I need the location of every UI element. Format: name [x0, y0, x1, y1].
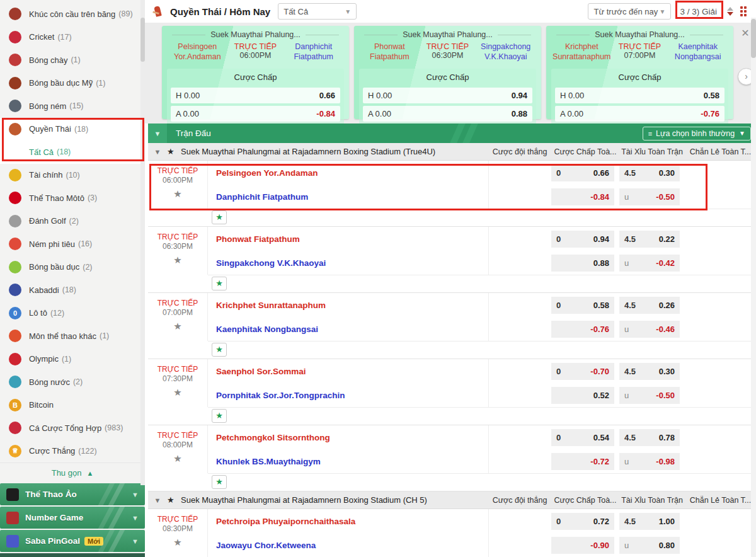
sidebar-item-th-thao-m-t-[interactable]: Thể Thao Môtô(3) [0, 187, 145, 210]
add-favorite-button[interactable]: ★ [212, 475, 227, 489]
sidebar-scrollbar[interactable] [140, 0, 145, 485]
league-group-header[interactable]: ▼★Suek Muaythai Phalungmai at Rajadamner… [148, 143, 756, 161]
league-group-header[interactable]: ▼★Suek Muaythai Phalungmai at Rajadamner… [148, 491, 756, 509]
sidebar-item-b-ng-b-u-d-c[interactable]: Bóng bầu dục(2) [0, 256, 145, 279]
over-under-point: 4.5 [624, 517, 636, 526]
away-team-name[interactable]: Pornphitak Sor.Jor.Tongprachin [216, 383, 488, 407]
close-icon[interactable]: ✕ [740, 28, 751, 39]
favorite-star-icon[interactable]: ★ [173, 255, 181, 266]
handicap-away-odds[interactable]: -0.76 [551, 321, 614, 338]
sidebar-item-t-i-ch-nh[interactable]: Tài chính(10) [0, 164, 145, 187]
product-bar-number-game[interactable]: Number Game▼ [0, 507, 145, 529]
chevron-down-icon[interactable]: ▼ [148, 497, 167, 504]
handicap-home-odds[interactable]: 00.54 [551, 429, 614, 446]
match-time: 07:30PM [163, 374, 193, 383]
handicap-away-odds[interactable]: -0.84 [551, 188, 614, 205]
home-team-name[interactable]: Krichphet Sunrattanaphum [216, 293, 488, 317]
odds-row[interactable]: H 0.000.94 [363, 88, 532, 103]
under-odds[interactable]: u-0.98 [619, 453, 680, 470]
handicap-home-odds[interactable]: 00.72 [551, 513, 614, 530]
sidebar-item-b-ng-n-m[interactable]: Bóng ném(15) [0, 95, 145, 118]
product-bar-th-thao-o[interactable]: Thể Thao Ảo▼ [0, 483, 145, 505]
sidebar-item-kabaddi[interactable]: Kabaddi(18) [0, 278, 145, 302]
handicap-away-odds[interactable]: 0.52 [551, 387, 614, 404]
odds-row[interactable]: A 0.00-0.76 [555, 106, 724, 122]
home-team-name[interactable]: Phonwat Fiatpathum [216, 227, 488, 251]
away-team-name[interactable]: Khunlek BS.Muaythaigym [216, 449, 488, 473]
home-team-name[interactable]: Pelsingoen Yor.Andaman [216, 161, 488, 185]
handicap-away-odds[interactable]: 0.88 [551, 255, 614, 272]
add-favorite-button[interactable]: ★ [212, 277, 227, 290]
sidebar-item--nh-golf[interactable]: Đánh Golf(2) [0, 210, 145, 233]
odds-row[interactable]: A 0.000.88 [363, 106, 532, 122]
away-team-name[interactable]: Jaowayu Chor.Ketweena [216, 533, 488, 557]
view-mode-label: Lựa chọn bình thường [656, 129, 735, 138]
home-team-name[interactable]: Petchroipa Phuyaipornchaithasala [216, 509, 488, 533]
handicap-away-odds[interactable]: -0.90 [551, 537, 614, 554]
over-odds[interactable]: 4.50.22 [619, 231, 680, 248]
view-mode-button[interactable]: ≡ Lựa chọn bình thường ▼ [643, 127, 751, 141]
sidebar-item-c-c-th-ng[interactable]: ♕Cược Thắng(122) [0, 440, 145, 463]
handicap-home-odds[interactable]: 00.94 [551, 231, 614, 248]
handicap-home-odds[interactable]: 00.66 [551, 164, 614, 181]
sidebar-item-quy-n-th-i[interactable]: Quyền Thái(18) [0, 118, 145, 141]
favorite-star-icon[interactable]: ★ [173, 387, 181, 398]
display-options-icon[interactable] [740, 6, 747, 16]
favorite-star-icon[interactable]: ★ [173, 188, 181, 200]
handicap-home-odds[interactable]: 0-0.70 [551, 363, 614, 380]
chevron-down-icon[interactable]: ▼ [148, 148, 167, 156]
odds-row[interactable]: H 0.000.66 [171, 88, 340, 103]
sidebar-item-cricket[interactable]: Cricket(17) [0, 26, 145, 49]
main-scrollbar-thumb[interactable] [751, 19, 756, 58]
away-team-name[interactable]: Danphichit Fiatpathum [216, 185, 488, 209]
sidebar-item-b-ng-b-u-d-c-m-[interactable]: Bóng bầu dục Mỹ(1) [0, 72, 145, 95]
away-team-name[interactable]: Singpakchong V.K.Khaoyai [216, 251, 488, 275]
home-team-name[interactable]: Petchmongkol Sitsornthong [216, 425, 488, 449]
sidebar-scrollbar-thumb[interactable] [140, 18, 145, 62]
sidebar-item-count: (89) [118, 9, 132, 18]
odds-line: 0-0.70 [551, 359, 619, 383]
over-odds[interactable]: 4.50.78 [619, 429, 680, 446]
sidebar-subitem-all[interactable]: Tất Cả(18) [0, 141, 145, 164]
sidebar-item-m-n-th-thao-kh-c[interactable]: Môn thể thao khác(1) [0, 324, 145, 348]
sort-icon[interactable] [726, 6, 735, 16]
sidebar-item-b-ng-ch-y[interactable]: Bóng chày(1) [0, 49, 145, 72]
time-filter-select[interactable]: Từ trước đến nay ▼ [588, 3, 671, 20]
product-bar-saba-pingoal[interactable]: Saba PinGoalMới▼ [0, 530, 145, 552]
main-scrollbar[interactable] [751, 18, 756, 557]
featured-cards-area: Suek Muaythai Phalung...Pelsingoen Yor.A… [145, 23, 756, 123]
sidebar-item-kh-c-c-n-c-u-tr-n-b-ng[interactable]: Khúc côn cầu trên băng(89) [0, 3, 145, 26]
add-favorite-button[interactable]: ★ [212, 210, 227, 224]
odds-row[interactable]: A 0.00-0.84 [171, 106, 340, 122]
favorite-star-icon[interactable]: ★ [167, 495, 181, 505]
add-favorite-button[interactable]: ★ [212, 343, 227, 357]
sidebar-item-l-t-[interactable]: 0Lô tô(12) [0, 302, 145, 325]
sidebar-item-olympic[interactable]: Olympic(1) [0, 348, 145, 371]
collapse-button[interactable]: Thu gọn ▲ [0, 462, 145, 483]
sidebar-item-bitcoin[interactable]: BBitcoin [0, 394, 145, 417]
over-odds[interactable]: 4.51.00 [619, 513, 680, 530]
odds-row[interactable]: H 0.000.58 [555, 88, 724, 103]
over-odds[interactable]: 4.50.30 [619, 363, 680, 380]
favorite-star-icon[interactable]: ★ [173, 453, 181, 464]
handicap-away-odds[interactable]: -0.72 [551, 453, 614, 470]
handicap-home-odds[interactable]: 00.58 [551, 297, 614, 314]
section-collapse-button[interactable]: ▼ [148, 123, 167, 143]
sidebar-item-b-ng-n-c[interactable]: Bóng nước(2) [0, 370, 145, 394]
under-odds[interactable]: u-0.42 [619, 255, 680, 272]
sidebar-item-c-c-c-t-ng-h-p[interactable]: Cá Cược Tổng Hợp(983) [0, 416, 145, 440]
sidebar-item-n-m-phi-ti-u[interactable]: Ném phi tiêu(16) [0, 233, 145, 256]
add-favorite-button[interactable]: ★ [212, 409, 227, 423]
under-odds[interactable]: u0.80 [619, 537, 680, 554]
sport-filter-select[interactable]: Tất Cả ▼ [278, 3, 357, 20]
favorite-star-icon[interactable]: ★ [167, 147, 181, 156]
away-team-name[interactable]: Kaenphitak Nongbangsai [216, 317, 488, 341]
favorite-star-icon[interactable]: ★ [173, 321, 181, 332]
under-odds[interactable]: u-0.46 [619, 321, 680, 338]
over-odds[interactable]: 4.50.30 [619, 164, 680, 181]
under-odds[interactable]: u-0.50 [619, 387, 680, 404]
home-team-name[interactable]: Saenphol Sor.Sommai [216, 359, 488, 383]
under-odds[interactable]: u-0.50 [619, 188, 680, 205]
over-odds[interactable]: 4.50.26 [619, 297, 680, 314]
favorite-star-icon[interactable]: ★ [173, 537, 181, 548]
